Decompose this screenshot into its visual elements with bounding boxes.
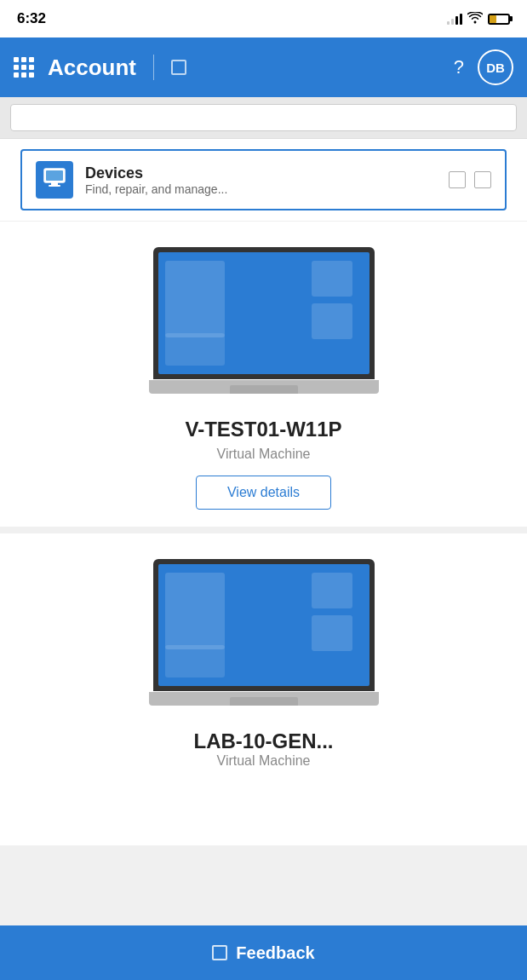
feedback-checkbox [212, 945, 227, 960]
status-icons [447, 12, 510, 26]
feedback-bar[interactable]: Feedback [0, 925, 527, 980]
view-details-button-1[interactable]: View details [196, 476, 331, 510]
devices-list-item[interactable]: Devices Find, repair, and manage... [20, 149, 507, 210]
svg-rect-1 [46, 170, 63, 181]
header-square-icon[interactable] [171, 60, 186, 75]
device-2-type: Virtual Machine [217, 753, 311, 769]
devices-checkboxes [449, 171, 491, 188]
main-content: Devices Find, repair, and manage... [0, 139, 527, 845]
signal-icon [447, 13, 462, 25]
battery-icon [488, 14, 510, 25]
device-1-type: Virtual Machine [217, 447, 311, 462]
devices-title: Devices [85, 164, 449, 182]
feedback-label: Feedback [236, 943, 314, 963]
laptop-illustration-1 [149, 247, 379, 401]
svg-rect-2 [51, 182, 58, 185]
device-card-1: V-TEST01-W11P Virtual Machine View detai… [0, 221, 527, 527]
devices-icon-wrap [36, 161, 73, 199]
wifi-icon [467, 12, 483, 26]
laptop-illustration-2 [149, 559, 379, 712]
search-area [0, 97, 527, 139]
status-time: 6:32 [17, 10, 46, 27]
grid-menu-icon[interactable] [14, 57, 34, 78]
devices-text: Devices Find, repair, and manage... [85, 164, 449, 196]
device-card-2: LAB-10-GEN... Virtual Machine [0, 527, 527, 777]
svg-rect-3 [49, 185, 60, 187]
devices-subtitle: Find, repair, and manage... [85, 182, 449, 196]
page-title: Account [48, 55, 136, 81]
monitor-icon [43, 168, 66, 192]
checkbox-2[interactable] [474, 171, 491, 188]
header: Account ? DB [0, 37, 527, 97]
device-1-name: V-TEST01-W11P [185, 418, 341, 441]
checkbox-1[interactable] [449, 171, 466, 188]
status-bar: 6:32 [0, 0, 527, 37]
help-icon[interactable]: ? [454, 56, 464, 78]
avatar[interactable]: DB [478, 49, 513, 85]
device-2-name: LAB-10-GEN... [17, 729, 510, 753]
search-input[interactable] [10, 104, 517, 131]
header-divider [153, 55, 154, 80]
